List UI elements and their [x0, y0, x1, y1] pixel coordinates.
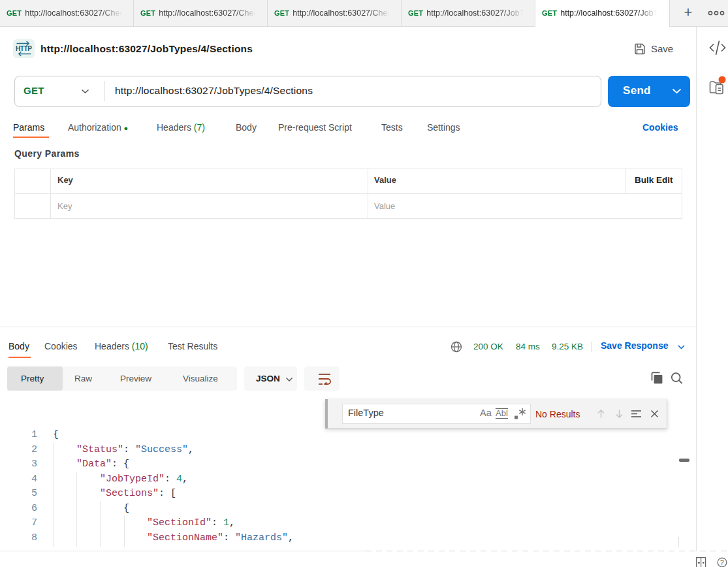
svg-text:HTTP: HTTP [16, 45, 32, 52]
svg-text:?: ? [720, 559, 724, 566]
